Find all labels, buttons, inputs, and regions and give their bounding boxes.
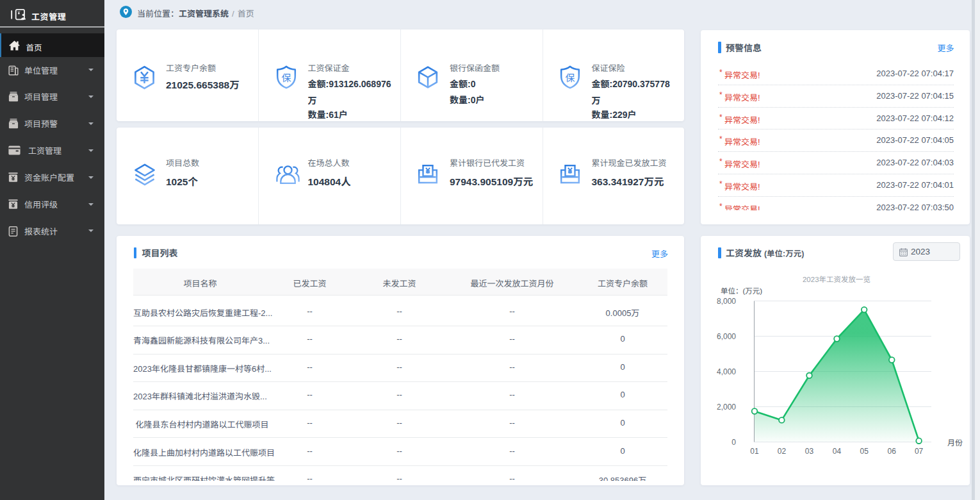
svg-text:0: 0 — [731, 438, 736, 447]
svg-text:02: 02 — [778, 447, 787, 456]
svg-text:03: 03 — [805, 447, 814, 456]
svg-text:8,000: 8,000 — [717, 297, 736, 306]
svg-text:2023年工资发放一览​​​​: 2023年工资发放一览​​​​ — [803, 276, 870, 283]
svg-text:2,000: 2,000 — [717, 403, 736, 412]
svg-text:保​​​​: 保​​​​ — [565, 72, 575, 83]
svg-text:4,000: 4,000 — [717, 367, 736, 376]
svg-text:05: 05 — [860, 447, 869, 456]
svg-text:单位：(万元)​​​​: 单位：(万元)​​​​ — [721, 287, 762, 295]
svg-text:06: 06 — [888, 447, 897, 456]
svg-text:01: 01 — [750, 447, 759, 456]
svg-text:6,000: 6,000 — [717, 332, 736, 341]
svg-text:月份​​​​: 月份​​​​ — [947, 438, 963, 447]
svg-text:保​​​​: 保​​​​ — [281, 72, 291, 83]
svg-text:04: 04 — [833, 447, 842, 456]
svg-text:07: 07 — [915, 447, 924, 456]
